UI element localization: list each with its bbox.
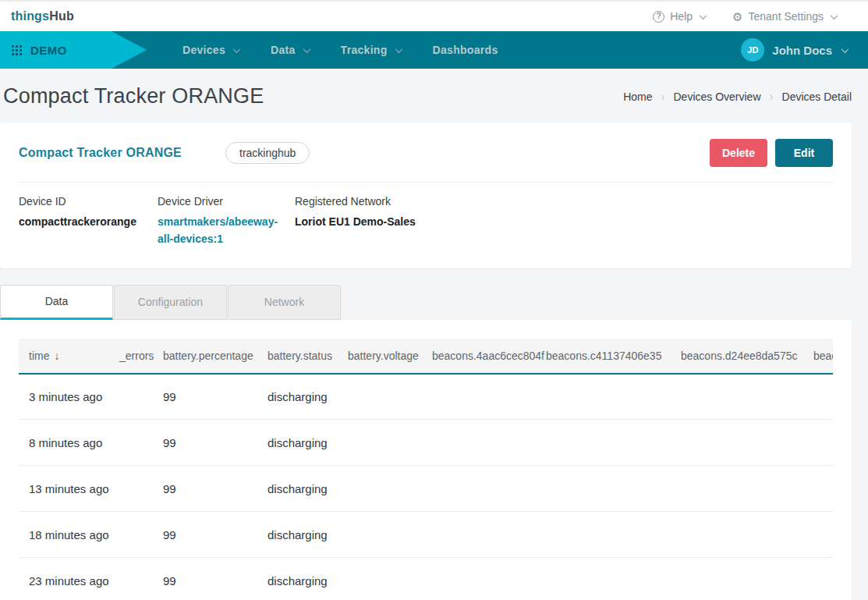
cell-beacon-3 (671, 512, 803, 558)
cell-battery-percentage: 99 (153, 512, 257, 558)
brand-logo-secondary: Hub (49, 9, 74, 23)
chevron-down-icon (841, 45, 849, 53)
nav-item-devices[interactable]: Devices (182, 44, 239, 56)
column-header-beacon-4[interactable]: beaco (803, 339, 833, 374)
cell-battery-voltage (338, 374, 422, 420)
column-header-errors[interactable]: _errors (109, 339, 153, 374)
cell-beacon-4 (803, 374, 833, 420)
column-header-label: time (29, 350, 49, 362)
cell-beacon-2 (536, 420, 671, 466)
tab-configuration[interactable]: Configuration (114, 285, 227, 320)
column-header-battery-status[interactable]: battery.status (257, 339, 338, 374)
data-table-scroll-area[interactable]: time↓ _errors battery.percentage battery… (19, 339, 833, 600)
breadcrumb-separator-icon: › (761, 90, 782, 103)
cell-beacon-1 (422, 512, 536, 558)
tab-network[interactable]: Network (228, 285, 341, 320)
cell-beacon-4 (803, 512, 833, 558)
table-row: 3 minutes ago 99 discharging (19, 374, 833, 420)
cell-time: 3 minutes ago (19, 374, 109, 420)
column-header-beacon-1[interactable]: beacons.4aac6cec804f (422, 339, 536, 374)
chevron-down-icon (395, 45, 402, 53)
tenant-settings-label: Tenant Settings (748, 10, 824, 23)
cell-beacon-3 (671, 558, 803, 600)
cell-battery-percentage: 99 (153, 466, 257, 512)
help-icon: ? (653, 11, 664, 23)
table-row: 18 minutes ago 99 discharging (19, 512, 833, 558)
cell-battery-percentage: 99 (153, 374, 257, 420)
breadcrumb-devices-overview[interactable]: Devices Overview (673, 91, 760, 103)
breadcrumb-devices-detail: Devices Detail (782, 91, 852, 103)
cell-battery-status: discharging (257, 512, 338, 558)
cell-battery-voltage (338, 466, 422, 512)
grid-icon (12, 45, 22, 55)
field-device-driver: Device Driver smartmakers/abeeway-all-de… (158, 195, 295, 248)
nav-item-label: Devices (182, 44, 225, 56)
detail-tabs: Data Configuration Network (0, 285, 852, 320)
table-row: 23 minutes ago 99 discharging (19, 558, 833, 600)
table-row: 8 minutes ago 99 discharging (19, 420, 833, 466)
cell-beacon-3 (671, 466, 803, 512)
breadcrumb-home[interactable]: Home (623, 91, 652, 103)
device-tag-badge: trackinghub (225, 142, 310, 164)
cell-battery-status: discharging (257, 466, 338, 512)
sort-descending-icon: ↓ (54, 350, 59, 362)
cell-errors (109, 558, 153, 600)
tenant-selector[interactable]: DEMO (0, 31, 147, 69)
cell-beacon-1 (422, 420, 536, 466)
registered-network-value: Loriot EU1 Demo-Sales (295, 213, 416, 230)
cell-beacon-2 (536, 466, 671, 512)
device-summary-card: Compact Tracker ORANGE trackinghub Delet… (0, 122, 852, 268)
column-header-time[interactable]: time↓ (19, 339, 109, 374)
cell-beacon-3 (671, 374, 803, 420)
tenant-label: DEMO (30, 44, 67, 57)
topbar-right: ? Help ⚙ Tenant Settings (653, 10, 837, 23)
table-row: 13 minutes ago 99 discharging (19, 466, 833, 512)
help-menu-label: Help (670, 10, 693, 23)
nav-item-label: Data (271, 44, 296, 56)
nav-item-label: Dashboards (433, 44, 498, 56)
delete-button[interactable]: Delete (710, 139, 767, 167)
tab-data[interactable]: Data (0, 285, 113, 320)
brand-logo[interactable]: thingsHub (11, 9, 74, 23)
device-data-card: time↓ _errors battery.percentage battery… (0, 320, 852, 600)
column-header-beacon-3[interactable]: beacons.d24ee8da575c (671, 339, 803, 374)
device-actions: Delete Edit (710, 139, 833, 167)
cell-battery-percentage: 99 (153, 558, 257, 600)
nav-item-dashboards[interactable]: Dashboards (433, 44, 498, 56)
device-card-header: Compact Tracker ORANGE trackinghub Delet… (0, 122, 852, 167)
tenant-settings-menu[interactable]: ⚙ Tenant Settings (732, 10, 837, 23)
cell-beacon-1 (422, 558, 536, 600)
edit-button[interactable]: Edit (775, 139, 833, 167)
field-label: Device ID (19, 195, 142, 208)
cell-errors (109, 374, 153, 420)
cell-battery-status: discharging (257, 558, 338, 600)
device-id-value: compacttrackerorange (19, 213, 142, 230)
help-menu[interactable]: ? Help (653, 10, 706, 23)
cell-time: 13 minutes ago (19, 466, 109, 512)
cell-beacon-2 (536, 374, 671, 420)
cell-beacon-1 (422, 374, 536, 420)
cell-errors (109, 466, 153, 512)
cell-beacon-1 (422, 466, 536, 512)
column-header-battery-percentage[interactable]: battery.percentage (153, 339, 257, 374)
nav-item-data[interactable]: Data (271, 44, 310, 56)
nav-items: Devices Data Tracking Dashboards (182, 44, 498, 56)
user-name: John Docs (772, 44, 832, 57)
chevron-down-icon (700, 12, 707, 20)
column-header-beacon-2[interactable]: beacons.c41137406e35 (536, 339, 671, 374)
cell-time: 18 minutes ago (19, 512, 109, 558)
column-header-battery-voltage[interactable]: battery.voltage (338, 339, 422, 374)
field-label: Registered Network (295, 195, 416, 208)
cell-errors (109, 512, 153, 558)
cell-beacon-2 (536, 558, 671, 600)
device-name: Compact Tracker ORANGE (19, 146, 225, 160)
cell-battery-status: discharging (257, 420, 338, 466)
nav-item-tracking[interactable]: Tracking (341, 44, 402, 56)
gear-icon: ⚙ (732, 11, 742, 23)
cell-beacon-4 (803, 466, 833, 512)
main-navbar: DEMO Devices Data Tracking Dashboards JD… (0, 31, 868, 69)
cell-beacon-4 (803, 558, 833, 600)
user-menu[interactable]: JD John Docs (741, 38, 848, 62)
cell-time: 8 minutes ago (19, 420, 109, 466)
device-driver-link[interactable]: smartmakers/abeeway-all-devices:1 (158, 213, 279, 248)
